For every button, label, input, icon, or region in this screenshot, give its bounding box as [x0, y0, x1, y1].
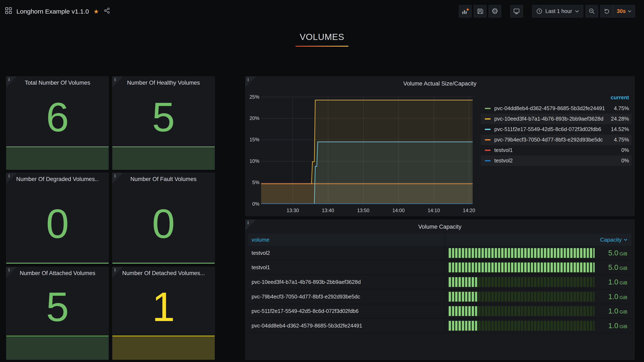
volume-name-cell: pvc-511f2e17-5549-42d5-8c6d-072f3d02fdb6 — [248, 304, 444, 318]
dashboard-settings-button[interactable]: ⚙ — [488, 5, 501, 18]
legend-series-name: testvol2 — [494, 158, 512, 164]
dashboard-grid-icon[interactable] — [5, 7, 12, 16]
capacity-lcd-gauge — [448, 321, 595, 331]
legend-series-color — [485, 160, 490, 161]
panel-info-icon[interactable]: i — [246, 76, 256, 87]
time-range-label: Last 1 hour — [546, 8, 572, 14]
stat-bar — [6, 336, 108, 360]
capacity-lcd-gauge — [448, 263, 595, 272]
stat-panel: iNumber Of Degraded Volumes...0 — [6, 173, 109, 264]
stat-value: 1 — [112, 278, 215, 336]
refresh-icon — [604, 8, 610, 14]
legend-item[interactable]: testvol20% — [481, 156, 632, 166]
stat-panel-title[interactable]: Number Of Attached Volumes — [16, 270, 99, 277]
y-axis-tick-label: 25% — [246, 94, 260, 100]
capacity-value: 5.0 — [608, 249, 618, 257]
gear-icon: ⚙ — [491, 7, 498, 15]
capacity-lcd-gauge — [448, 292, 595, 302]
x-axis-tick-label: 13:50 — [354, 208, 373, 213]
column-header-capacity[interactable]: Capacity — [444, 234, 632, 246]
panel-info-icon[interactable]: i — [6, 267, 17, 278]
stat-panel-title[interactable]: Number Of Healthy Volumes — [122, 79, 205, 86]
table-row: pvc-511f2e17-5549-42d5-8c6d-072f3d02fdb6… — [248, 304, 632, 319]
stat-bar — [112, 336, 215, 360]
panel-info-icon[interactable]: i — [112, 173, 123, 183]
y-axis-tick-label: 0% — [246, 201, 260, 207]
refresh-interval-dropdown[interactable]: 30s — [614, 5, 634, 17]
stat-value: 5 — [6, 278, 108, 336]
time-range-picker[interactable]: Last 1 hour — [532, 5, 583, 18]
panel-info-icon[interactable]: i — [112, 76, 123, 87]
legend-series-current-value: 0% — [618, 158, 629, 164]
volume-name-cell: pvc-79b4ecf3-7050-4d77-8bf3-e292d93be5dc — [248, 290, 444, 304]
legend-series-current-value: 14.52% — [608, 126, 629, 132]
chart-panel-title[interactable]: Volume Actual Size/Capacity — [262, 80, 618, 87]
dashboard-title[interactable]: Longhorn Example v1.1.0 — [16, 8, 89, 15]
y-axis-tick-label: 20% — [246, 116, 260, 121]
zoom-out-time-button[interactable] — [586, 5, 598, 18]
stat-bar — [112, 263, 215, 264]
time-series-plot[interactable] — [261, 97, 473, 204]
legend-series-color — [485, 118, 490, 120]
save-dashboard-button[interactable] — [474, 5, 486, 18]
table-panel-volume-capacity: i Volume Capacity volume Capacity testvo… — [245, 219, 634, 360]
refresh-interval-label: 30s — [617, 8, 626, 14]
chart-panel-volume-actual-size: i Volume Actual Size/Capacity 0%5%10%15%… — [245, 76, 634, 216]
capacity-cell: 1.0GiB — [444, 275, 632, 289]
legend-series-current-value: 4.75% — [610, 105, 629, 111]
capacity-cell: 5.0GiB — [444, 261, 632, 275]
stat-bar — [112, 147, 215, 170]
stat-panel-title[interactable]: Number Of Fault Volumes — [122, 176, 205, 182]
panel-info-icon[interactable]: i — [112, 267, 123, 278]
stat-panel-title[interactable]: Number Of Detached Volumes... — [122, 270, 205, 277]
cycle-view-mode-button[interactable] — [510, 5, 523, 18]
stat-bar — [6, 263, 108, 264]
section-header: VOLUMES — [0, 32, 644, 47]
clock-icon — [536, 8, 542, 14]
panel-info-icon[interactable]: i — [6, 173, 17, 183]
legend-series-name: testvol1 — [494, 147, 512, 153]
x-axis-tick-label: 14:20 — [460, 208, 478, 213]
stat-panel-title[interactable]: Number Of Degraded Volumes... — [16, 176, 99, 182]
capacity-lcd-gauge — [448, 248, 595, 258]
stat-panel-title[interactable]: Total Number Of Volumes — [16, 79, 99, 86]
capacity-cell: 1.0GiB — [444, 319, 632, 333]
legend-series-color — [485, 129, 490, 130]
add-panel-button[interactable] — [459, 5, 472, 18]
panel-info-icon[interactable]: i — [246, 220, 256, 230]
table-row: testvol25.0GiB — [248, 246, 632, 261]
volume-name-cell: testvol2 — [248, 246, 444, 260]
legend-series-color — [485, 139, 490, 141]
capacity-unit: GiB — [620, 309, 628, 315]
share-icon[interactable] — [104, 7, 110, 15]
monitor-icon — [513, 8, 520, 14]
legend-item[interactable]: testvol10% — [481, 145, 632, 156]
refresh-controls: 30s — [600, 5, 635, 18]
capacity-lcd-gauge — [448, 277, 595, 287]
y-axis-tick-label: 15% — [246, 137, 260, 143]
legend-item[interactable]: pvc-79b4ecf3-7050-4d77-8bf3-e292d93be5dc… — [481, 135, 632, 145]
table-panel-title[interactable]: Volume Capacity — [262, 223, 618, 230]
section-title-text: VOLUMES — [0, 32, 644, 42]
table-row: pvc-79b4ecf3-7050-4d77-8bf3-e292d93be5dc… — [248, 290, 632, 304]
column-header-volume[interactable]: volume — [248, 234, 444, 246]
legend-series-name: pvc-04dd8eb4-d362-4579-8685-5b3d2fe24491 — [494, 105, 605, 111]
x-axis-tick-label: 13:30 — [283, 208, 302, 213]
legend-item[interactable]: pvc-04dd8eb4-d362-4579-8685-5b3d2fe24491… — [481, 103, 632, 114]
stat-panel: iNumber Of Fault Volumes0 — [112, 173, 215, 264]
stat-value: 0 — [6, 183, 108, 264]
legend-series-name: pvc-79b4ecf3-7050-4d77-8bf3-e292d93be5dc — [494, 137, 603, 143]
stat-value: 6 — [6, 87, 108, 147]
zoom-out-icon — [588, 8, 595, 14]
legend-current-header[interactable]: current — [481, 94, 632, 103]
capacity-value: 1.0 — [608, 278, 618, 286]
legend-item[interactable]: pvc-511f2e17-5549-42d5-8c6d-072f3d02fdb6… — [481, 124, 632, 135]
favorite-star-icon[interactable]: ★ — [94, 8, 99, 14]
panel-info-icon[interactable]: i — [6, 76, 17, 87]
stat-value: 0 — [112, 183, 215, 264]
table-row: pvc-04dd8eb4-d362-4579-8685-5b3d2fe24491… — [248, 319, 632, 333]
legend-item[interactable]: pvc-10eed3f4-b7a1-4b76-893b-2bb9aef3628d… — [481, 114, 632, 124]
stat-value: 5 — [112, 87, 215, 147]
table-row: testvol15.0GiB — [248, 261, 632, 275]
refresh-button[interactable] — [600, 5, 613, 17]
